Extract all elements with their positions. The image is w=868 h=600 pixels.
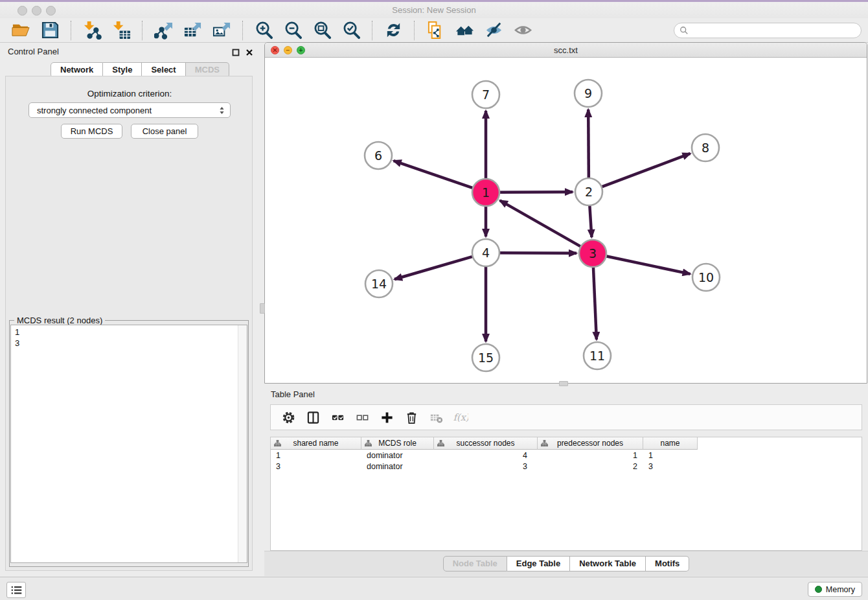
tab-network-table[interactable]: Network Table	[570, 556, 646, 571]
graph-node-6[interactable]: 6	[365, 142, 392, 169]
optimization-criterion-label: Optimization criterion:	[0, 89, 259, 98]
graph-node-10[interactable]: 10	[692, 264, 720, 291]
svg-text:14: 14	[371, 277, 387, 291]
graph-node-8[interactable]: 8	[692, 134, 719, 161]
table-cell[interactable]: 3	[643, 462, 698, 471]
column-header-name[interactable]: name	[643, 437, 698, 450]
table-cell[interactable]: 3	[434, 462, 538, 471]
table-tabs: Node TableEdge TableNetwork TableMotifs	[443, 556, 690, 571]
result-scrollbar[interactable]	[238, 325, 247, 562]
graph-edge-2-9[interactable]	[588, 110, 589, 178]
optimization-criterion-select[interactable]: strongly connected component	[29, 102, 231, 118]
table-cell[interactable]: 2	[538, 462, 643, 471]
table-cell[interactable]: 1	[538, 451, 643, 460]
export-network-icon[interactable]	[154, 20, 174, 40]
delete-column-trash-icon[interactable]	[404, 410, 419, 425]
delete-table-icon	[428, 410, 444, 425]
mcds-result-list[interactable]: 13	[10, 325, 247, 563]
import-table-icon[interactable]	[111, 20, 131, 40]
table-row[interactable]: 3dominator323	[271, 461, 862, 472]
column-header-shared-name[interactable]: shared name	[271, 437, 361, 450]
export-table-icon[interactable]	[183, 20, 203, 40]
home-view-icon[interactable]	[455, 20, 475, 40]
search-box[interactable]	[674, 23, 862, 38]
graph-canvas[interactable]: 7968124314101511	[265, 58, 867, 383]
graph-node-7[interactable]: 7	[472, 81, 499, 108]
table-toolbar: f(x)	[270, 404, 862, 430]
status-bar: Memory	[0, 577, 868, 600]
graph-node-1[interactable]: 1	[472, 179, 499, 206]
node-table[interactable]: shared nameMCDS rolesuccessor nodesprede…	[270, 437, 862, 551]
run-mcds-button[interactable]: Run MCDS	[61, 124, 122, 139]
split-panel-columns-icon[interactable]	[305, 410, 321, 425]
tab-edge-table[interactable]: Edge Table	[507, 556, 570, 571]
table-cell[interactable]: 4	[434, 451, 538, 460]
graph-node-14[interactable]: 14	[365, 270, 393, 297]
graph-edge-2-8[interactable]	[602, 154, 691, 187]
close-panel-button[interactable]: Close panel	[131, 124, 198, 139]
network-window-titlebar[interactable]: ✕ − + scc.txt	[265, 43, 867, 58]
open-session-icon[interactable]	[11, 20, 31, 40]
svg-text:f(x): f(x)	[453, 412, 468, 422]
mcds-result-node[interactable]: 3	[11, 338, 247, 349]
table-cell[interactable]: dominator	[361, 451, 434, 460]
task-history-button[interactable]	[6, 582, 26, 598]
table-header-row: shared nameMCDS rolesuccessor nodesprede…	[271, 437, 862, 450]
table-cell[interactable]: 3	[271, 462, 361, 471]
horizontal-splitter-handle[interactable]	[559, 381, 568, 386]
column-header-predecessor-nodes[interactable]: predecessor nodes	[538, 437, 643, 450]
table-cell[interactable]: 1	[271, 451, 361, 460]
memory-label: Memory	[826, 585, 855, 594]
float-panel-icon[interactable]	[232, 47, 240, 55]
column-label: predecessor nodes	[557, 439, 623, 448]
memory-button[interactable]: Memory	[808, 582, 862, 597]
refresh-network-icon[interactable]	[383, 20, 404, 40]
zoom-selected-icon[interactable]	[341, 20, 361, 40]
zoom-fit-icon[interactable]	[312, 20, 332, 40]
graph-node-11[interactable]: 11	[584, 342, 611, 369]
control-panel-buttons	[232, 47, 253, 55]
graph-node-2[interactable]: 2	[575, 178, 602, 205]
select-all-checkboxes-icon[interactable]	[330, 410, 345, 425]
tab-node-table[interactable]: Node Table	[443, 556, 507, 571]
graph-edge-3-11[interactable]	[593, 268, 597, 340]
zoom-out-icon[interactable]	[283, 20, 303, 40]
network-graph[interactable]: 7968124314101511	[265, 58, 867, 383]
graph-node-15[interactable]: 15	[472, 344, 499, 371]
graph-edge-4-14[interactable]	[394, 257, 472, 279]
close-panel-icon[interactable]	[246, 47, 253, 55]
mcds-result-node[interactable]: 1	[11, 327, 247, 338]
graph-node-3[interactable]: 3	[579, 240, 606, 267]
graph-node-4[interactable]: 4	[472, 239, 499, 266]
import-network-icon[interactable]	[82, 20, 102, 40]
vertical-splitter-handle[interactable]	[260, 303, 265, 314]
graph-node-9[interactable]: 9	[575, 80, 602, 107]
graph-edge-2-3[interactable]	[589, 206, 591, 237]
export-image-icon[interactable]	[212, 20, 232, 40]
deselect-all-checkboxes-icon[interactable]	[354, 410, 370, 425]
column-tree-icon	[365, 440, 372, 449]
show-graphics-details-icon[interactable]	[513, 20, 533, 40]
column-header-successor-nodes[interactable]: successor nodes	[434, 437, 538, 450]
graph-edge-4-3[interactable]	[500, 253, 577, 253]
graph-edge-3-1[interactable]	[500, 200, 580, 246]
column-tree-icon	[274, 440, 281, 449]
graph-edge-3-10[interactable]	[607, 257, 691, 274]
main-toolbar-icons	[6, 20, 538, 40]
graph-edge-1-6[interactable]	[394, 161, 473, 188]
table-cell[interactable]: dominator	[361, 462, 434, 471]
graph-edge-1-2[interactable]	[500, 192, 573, 192]
search-input[interactable]	[692, 25, 856, 36]
zoom-in-icon[interactable]	[254, 20, 274, 40]
hide-graphics-details-icon[interactable]	[484, 20, 504, 40]
add-column-plus-icon[interactable]	[379, 410, 394, 425]
svg-text:11: 11	[589, 349, 605, 363]
save-session-icon[interactable]	[40, 20, 60, 40]
column-header-MCDS-role[interactable]: MCDS role	[361, 437, 434, 450]
tab-motifs[interactable]: Motifs	[646, 556, 689, 571]
clone-network-icon[interactable]	[426, 20, 446, 40]
table-row[interactable]: 1dominator411	[271, 450, 862, 461]
table-cell[interactable]: 1	[643, 451, 698, 460]
table-settings-gear-icon[interactable]	[280, 410, 296, 425]
svg-text:10: 10	[698, 270, 714, 284]
